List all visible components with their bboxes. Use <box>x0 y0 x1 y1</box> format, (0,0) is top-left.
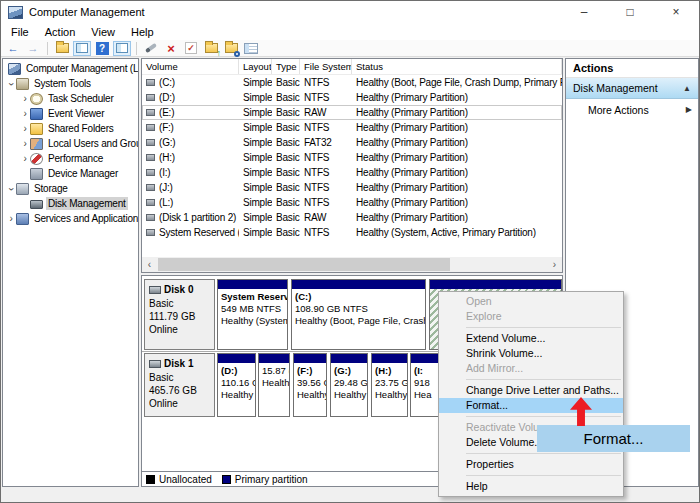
menu-file[interactable]: File <box>3 23 37 40</box>
help-icon: ? <box>96 42 109 55</box>
tree-item-device-manager[interactable]: › Device Manager <box>3 166 138 181</box>
scrollbar-thumb[interactable] <box>158 258 450 271</box>
volume-name: (L:) <box>159 197 173 208</box>
column-header-layout[interactable]: Layout <box>239 59 272 74</box>
menu-item-add-mirror[interactable]: Add Mirror... <box>439 361 623 376</box>
disk-0-label[interactable]: Disk 0 Basic 111.79 GB Online <box>144 279 215 350</box>
partition-disk1-p2[interactable]: 15.87 ( Health <box>258 353 290 417</box>
help-button[interactable]: ? <box>93 41 111 56</box>
menu-item-properties[interactable]: Properties <box>439 457 623 472</box>
tree-item-performance[interactable]: › Performance <box>3 151 138 166</box>
partition-h[interactable]: (H:) 23.75 G Healthy <box>371 353 408 417</box>
console-tree-icon <box>76 43 88 53</box>
maximize-button[interactable]: □ <box>607 1 653 23</box>
column-header-type[interactable]: Type <box>272 59 300 74</box>
tree-item-shared-folders[interactable]: › Shared Folders <box>3 121 138 136</box>
table-row[interactable]: (E:) Simple Basic RAW Healthy (Primary P… <box>142 105 562 120</box>
tree-item-computer-management[interactable]: Computer Management (Local <box>3 61 138 76</box>
table-row[interactable]: (J:) Simple Basic NTFS Healthy (Primary … <box>142 180 562 195</box>
tree-item-system-tools[interactable]: › System Tools <box>3 76 138 91</box>
partition-i[interactable]: (I: 918 Hea <box>410 353 440 417</box>
forward-button[interactable]: → <box>24 41 42 56</box>
chevron-right-icon[interactable]: › <box>6 214 16 224</box>
menu-item-explore[interactable]: Explore <box>439 309 623 324</box>
horizontal-scrollbar[interactable]: ‹ › <box>142 257 562 272</box>
partition-c[interactable]: (C:) 108.90 GB NTFS Healthy (Boot, Page … <box>291 279 426 350</box>
table-row[interactable]: (D:) Simple Basic NTFS Healthy (Primary … <box>142 90 562 105</box>
table-row[interactable]: (C:) Simple Basic NTFS Healthy (Boot, Pa… <box>142 75 562 90</box>
table-row[interactable]: (F:) Simple Basic NTFS Healthy (Primary … <box>142 120 562 135</box>
tree-item-storage[interactable]: › Storage <box>3 181 138 196</box>
folder-up-button[interactable]: ↑ <box>202 41 220 56</box>
details-icon <box>244 43 258 54</box>
legend-label: Primary partition <box>235 474 308 485</box>
chevron-right-icon[interactable]: › <box>20 154 30 164</box>
tree-item-event-viewer[interactable]: › Event Viewer <box>3 106 138 121</box>
services-icon <box>16 213 29 225</box>
menu-item-change-drive-letter[interactable]: Change Drive Letter and Paths... <box>439 383 623 398</box>
tree-item-disk-management[interactable]: › Disk Management <box>3 196 138 211</box>
close-button[interactable]: × <box>653 1 699 23</box>
back-button[interactable]: ← <box>4 41 22 56</box>
table-row[interactable]: (L:) Simple Basic NTFS Healthy (Primary … <box>142 195 562 210</box>
status-cell: Healthy (Primary Partition) <box>352 212 562 223</box>
up-arrow-icon: ↑ <box>217 49 222 58</box>
explore-button[interactable] <box>222 41 240 56</box>
status-cell: Healthy (Primary Partition) <box>352 197 562 208</box>
collapse-icon[interactable]: ▲ <box>683 84 691 93</box>
menu-action[interactable]: Action <box>37 23 84 40</box>
layout-cell: Simple <box>239 152 272 163</box>
table-row[interactable]: System Reserved (K:) Simple Basic NTFS H… <box>142 225 562 240</box>
column-header-volume[interactable]: Volume <box>142 59 239 74</box>
scroll-right-arrow[interactable]: › <box>547 257 562 272</box>
show-action-pane-button[interactable] <box>113 41 131 56</box>
table-row[interactable]: (Disk 1 partition 2) Simple Basic RAW He… <box>142 210 562 225</box>
partition-title: (I: <box>414 365 436 377</box>
chevron-right-icon[interactable]: › <box>20 94 30 104</box>
partition-f[interactable]: (F:) 39.56 G Healthy <box>293 353 327 417</box>
more-actions-item[interactable]: More Actions ▶ <box>566 99 698 120</box>
task-scheduler-icon <box>30 93 43 105</box>
checkmark-icon: ✓ <box>185 42 197 54</box>
volume-icon <box>146 79 155 86</box>
table-row[interactable]: (I:) Simple Basic NTFS Healthy (Primary … <box>142 165 562 180</box>
partition-system-reserved[interactable]: System Reserve 549 MB NTFS Healthy (Syst… <box>217 279 288 350</box>
menu-item-help[interactable]: Help <box>439 479 623 494</box>
scroll-left-arrow[interactable]: ‹ <box>142 257 157 272</box>
column-header-file-system[interactable]: File System <box>300 59 352 74</box>
volume-name: (H:) <box>159 152 175 163</box>
menu-item-extend-volume[interactable]: Extend Volume... <box>439 331 623 346</box>
menu-view[interactable]: View <box>83 23 123 40</box>
magnifier-icon <box>234 51 240 57</box>
chevron-down-icon[interactable]: › <box>6 79 16 89</box>
chevron-right-icon[interactable]: › <box>20 139 30 149</box>
details-button[interactable] <box>242 41 260 56</box>
column-header-status[interactable]: Status <box>352 59 562 74</box>
menu-item-open[interactable]: Open <box>439 294 623 309</box>
partition-status: Healthy <box>297 389 323 401</box>
table-row[interactable]: (H:) Simple Basic NTFS Healthy (Primary … <box>142 150 562 165</box>
menu-help[interactable]: Help <box>123 23 162 40</box>
partition-size: 15.87 ( <box>262 365 286 377</box>
partition-title: (G:) <box>334 365 364 377</box>
chevron-down-icon[interactable]: › <box>6 184 16 194</box>
actions-group-disk-management[interactable]: Disk Management ▲ <box>566 78 698 99</box>
status-cell: Healthy (Primary Partition) <box>352 122 562 133</box>
tree-item-local-users-groups[interactable]: › Local Users and Groups <box>3 136 138 151</box>
partition-d[interactable]: (D:) 110.16 G Healthy <box>217 353 256 417</box>
show-console-tree-button[interactable] <box>73 41 91 56</box>
chevron-right-icon[interactable]: › <box>20 124 30 134</box>
check-list-button[interactable]: ✓ <box>182 41 200 56</box>
tree-item-services-applications[interactable]: › Services and Applications <box>3 211 138 226</box>
menu-item-shrink-volume[interactable]: Shrink Volume... <box>439 346 623 361</box>
chevron-right-icon[interactable]: › <box>20 109 30 119</box>
export-list-button[interactable] <box>53 41 71 56</box>
minimize-button[interactable]: – <box>561 1 607 23</box>
delete-button[interactable]: × <box>162 41 180 56</box>
table-row[interactable]: (G:) Simple Basic FAT32 Healthy (Primary… <box>142 135 562 150</box>
disk-1-label[interactable]: Disk 1 Basic 465.76 GB Online <box>144 353 215 417</box>
partition-g[interactable]: (G:) 29.48 G Healthy <box>330 353 368 417</box>
context-wand-button[interactable] <box>142 41 160 56</box>
menu-item-format[interactable]: Format... <box>439 398 623 413</box>
tree-item-task-scheduler[interactable]: › Task Scheduler <box>3 91 138 106</box>
